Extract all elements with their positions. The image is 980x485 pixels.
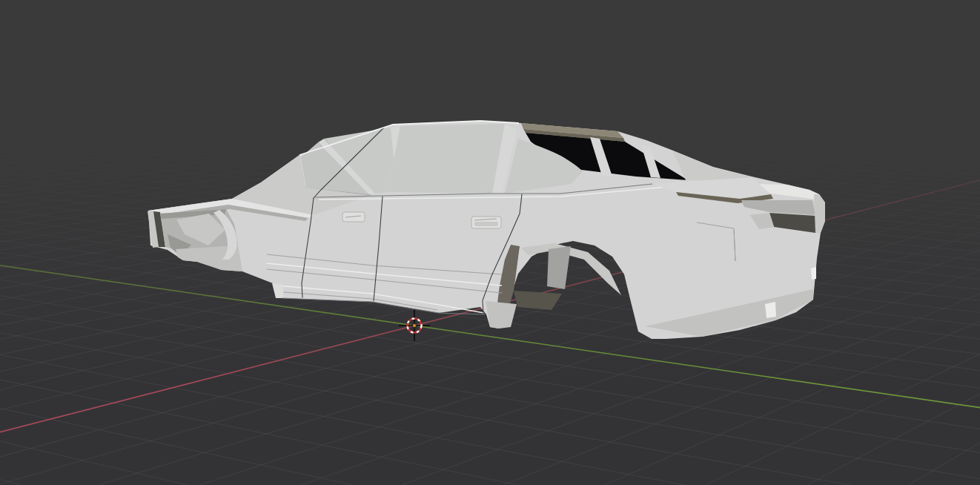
rear-door-handle xyxy=(471,217,501,228)
bumper-notch xyxy=(811,267,816,280)
rear-door-window xyxy=(388,124,505,194)
front-door-handle xyxy=(342,212,365,222)
viewport-canvas[interactable] xyxy=(0,0,980,485)
3d-viewport[interactable] xyxy=(0,0,980,485)
exhaust-notch xyxy=(765,302,776,318)
